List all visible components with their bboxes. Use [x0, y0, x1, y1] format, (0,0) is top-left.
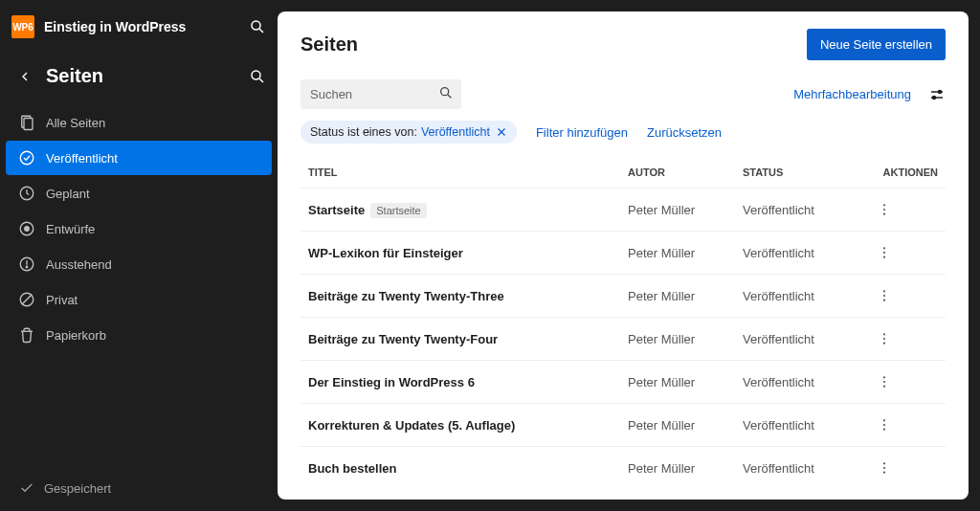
svg-point-34	[883, 343, 885, 344]
row-actions-button[interactable]	[869, 189, 946, 232]
view-options-button[interactable]	[928, 86, 946, 103]
col-title[interactable]: TITEL	[301, 157, 620, 189]
section-search-button[interactable]	[249, 68, 266, 85]
chevron-left-icon	[17, 69, 33, 84]
svg-point-36	[883, 381, 885, 383]
more-vertical-icon	[877, 331, 892, 346]
search-input[interactable]	[301, 79, 461, 109]
more-vertical-icon	[877, 417, 892, 433]
cell-status: Veröffentlicht	[735, 447, 869, 490]
cell-author: Peter Müller	[620, 318, 735, 361]
close-icon	[496, 126, 507, 138]
cell-status: Veröffentlicht	[735, 318, 869, 361]
row-actions-button[interactable]	[869, 447, 946, 490]
front-page-badge: Startseite	[370, 203, 426, 218]
svg-point-15	[441, 88, 449, 96]
cell-author: Peter Müller	[620, 232, 735, 275]
sidebar-item-label: Ausstehend	[46, 257, 112, 272]
cell-author: Peter Müller	[620, 404, 735, 447]
drafts-icon	[17, 220, 36, 237]
row-actions-button[interactable]	[869, 318, 946, 361]
table-row[interactable]: Beiträge zu Twenty Twenty-FourPeter Müll…	[301, 318, 946, 361]
svg-point-39	[883, 424, 885, 426]
table-row[interactable]: StartseiteStartseitePeter MüllerVeröffen…	[301, 189, 946, 232]
search-icon	[438, 85, 454, 100]
cell-title: Buch bestellen	[301, 447, 620, 490]
svg-point-24	[883, 209, 885, 211]
svg-point-37	[883, 386, 885, 388]
sidebar-item-label: Alle Seiten	[46, 116, 105, 130]
svg-point-33	[883, 338, 885, 340]
more-vertical-icon	[877, 460, 892, 476]
svg-point-9	[25, 227, 30, 232]
main-panel: Seiten Neue Seite erstellen Mehrfachbear…	[278, 11, 969, 500]
filter-chip-status[interactable]: Status ist eines von: Veröffentlicht	[301, 121, 517, 144]
site-logo[interactable]: WP6	[11, 15, 34, 38]
reset-filters-link[interactable]: Zurücksetzen	[647, 125, 722, 140]
cell-status: Veröffentlicht	[735, 275, 869, 318]
bulk-edit-link[interactable]: Mehrfachbearbeitung	[793, 87, 911, 101]
table-row[interactable]: WP-Lexikon für EinsteigerPeter MüllerVer…	[301, 232, 946, 275]
new-page-button[interactable]: Neue Seite erstellen	[807, 29, 946, 60]
trash-icon	[17, 326, 36, 344]
svg-point-42	[883, 467, 885, 469]
svg-point-2	[252, 71, 260, 79]
sliders-icon	[928, 86, 946, 103]
sidebar-item-pending[interactable]: Ausstehend	[6, 247, 272, 281]
table-row[interactable]: Der Einstieg in WordPress 6Peter MüllerV…	[301, 361, 946, 404]
svg-line-14	[22, 295, 33, 305]
svg-point-0	[252, 21, 260, 30]
global-search-button[interactable]	[249, 18, 266, 35]
row-actions-button[interactable]	[869, 232, 946, 275]
svg-point-20	[933, 96, 936, 99]
svg-point-35	[883, 376, 885, 378]
col-status[interactable]: STATUS	[735, 157, 869, 189]
sidebar-item-trash[interactable]: Papierkorb	[6, 318, 272, 352]
private-icon	[17, 291, 36, 308]
cell-title: Der Einstieg in WordPress 6	[301, 361, 620, 404]
row-actions-button[interactable]	[869, 404, 946, 447]
pages-icon	[17, 114, 36, 131]
row-actions-button[interactable]	[869, 361, 946, 404]
filter-chip-remove[interactable]	[496, 126, 507, 138]
cell-status: Veröffentlicht	[735, 232, 869, 275]
sidebar-item-published[interactable]: Veröffentlicht	[6, 141, 272, 175]
sidebar: WP6 Einstieg in WordPress Seiten Alle Se…	[0, 0, 278, 511]
sidebar-item-drafts[interactable]: Entwürfe	[6, 211, 272, 246]
more-vertical-icon	[877, 288, 892, 303]
svg-point-43	[883, 472, 885, 474]
filter-chip-value: Veröffentlicht	[421, 125, 490, 139]
add-filter-link[interactable]: Filter hinzufügen	[536, 125, 628, 140]
saved-label: Gespeichert	[44, 481, 111, 496]
svg-line-16	[448, 95, 451, 98]
cell-title: Korrekturen & Updates (5. Auflage)	[301, 404, 620, 447]
more-vertical-icon	[877, 374, 892, 389]
back-button[interactable]	[17, 69, 33, 84]
section-title: Seiten	[46, 65, 249, 87]
cell-author: Peter Müller	[620, 361, 735, 404]
svg-point-12	[26, 266, 28, 268]
sidebar-item-pages[interactable]: Alle Seiten	[6, 105, 272, 140]
table-row[interactable]: Beiträge zu Twenty Twenty-ThreePeter Mül…	[301, 275, 946, 318]
sidebar-item-label: Veröffentlicht	[46, 151, 118, 166]
sidebar-item-private[interactable]: Privat	[6, 282, 272, 317]
svg-point-28	[883, 256, 885, 258]
row-actions-button[interactable]	[869, 275, 946, 318]
saved-status: Gespeichert	[0, 465, 278, 511]
cell-status: Veröffentlicht	[735, 189, 869, 232]
search-icon	[249, 18, 266, 35]
search-icon	[249, 68, 266, 85]
svg-point-6	[20, 151, 33, 165]
sidebar-item-label: Geplant	[46, 187, 90, 201]
col-author[interactable]: AUTOR	[620, 157, 735, 189]
filter-chip-label: Status ist eines von:	[310, 125, 417, 139]
sidebar-item-label: Papierkorb	[46, 328, 106, 343]
svg-point-31	[883, 300, 885, 301]
table-row[interactable]: Buch bestellenPeter MüllerVeröffentlicht	[301, 447, 946, 490]
sidebar-item-scheduled[interactable]: Geplant	[6, 176, 272, 211]
svg-point-26	[883, 247, 885, 249]
svg-point-41	[883, 462, 885, 464]
cell-status: Veröffentlicht	[735, 361, 869, 404]
svg-point-29	[883, 290, 885, 292]
table-row[interactable]: Korrekturen & Updates (5. Auflage)Peter …	[301, 404, 946, 447]
